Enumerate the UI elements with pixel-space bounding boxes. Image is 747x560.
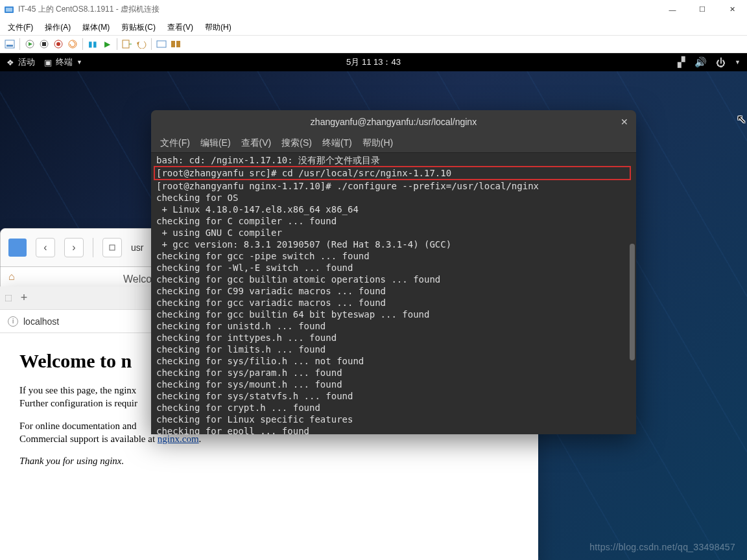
maximize-button[interactable]: ☐ — [687, 0, 717, 19]
page-p3: Thank you for using nginx. — [19, 454, 519, 467]
svg-rect-14 — [171, 41, 175, 47]
activities-label: 活动 — [18, 56, 35, 68]
current-app-label: 终端 — [56, 56, 73, 68]
svg-point-9 — [56, 42, 60, 46]
chevron-down-icon: ▼ — [77, 59, 82, 65]
svg-rect-3 — [6, 45, 13, 47]
share-icon[interactable] — [170, 38, 182, 50]
site-info-icon[interactable]: i — [8, 316, 18, 327]
minimize-button[interactable]: — — [658, 0, 687, 19]
svg-rect-2 — [5, 40, 14, 48]
term-menu-help[interactable]: 帮助(H) — [362, 137, 393, 149]
activities-button[interactable]: ❖ 活动 — [6, 56, 35, 68]
pause-icon[interactable]: ▮▮ — [87, 38, 99, 50]
nav-forward-button[interactable]: › — [64, 238, 84, 257]
watermark: https://blog.csdn.net/qq_33498457 — [589, 542, 735, 552]
host-title: IT-45 上的 CentOS8.1.1911 - 虚拟机连接 — [18, 4, 160, 15]
nginx-link[interactable]: nginx.com — [158, 434, 199, 444]
svg-rect-17 — [5, 295, 12, 301]
resume-icon[interactable]: ▶ — [101, 38, 113, 50]
menu-file[interactable]: 文件(F) — [8, 22, 33, 33]
menu-view[interactable]: 查看(V) — [167, 22, 193, 33]
vm-display[interactable]: ❖ 活动 ▣ 终端 ▼ 5月 11 13：43 ▞ 🔊 ⏻ ▼ ‹ › usr … — [0, 53, 747, 560]
vm-icon — [4, 5, 14, 15]
host-menubar: 文件(F) 操作(A) 媒体(M) 剪贴板(C) 查看(V) 帮助(H) — [0, 19, 747, 35]
shutdown-icon[interactable] — [53, 38, 64, 50]
url-text: localhost — [23, 316, 59, 327]
menu-help[interactable]: 帮助(H) — [205, 22, 231, 33]
svg-rect-15 — [176, 41, 180, 47]
stop-icon[interactable] — [38, 38, 50, 50]
host-titlebar: IT-45 上的 CentOS8.1.1911 - 虚拟机连接 — ☐ ✕ — [0, 0, 747, 19]
svg-rect-16 — [110, 245, 115, 250]
checkpoint-icon[interactable] — [121, 38, 133, 50]
path-root-button[interactable] — [102, 238, 122, 257]
svg-rect-1 — [6, 8, 12, 12]
new-tab-button[interactable]: + — [14, 289, 34, 307]
svg-rect-7 — [42, 42, 46, 46]
reset-icon[interactable] — [67, 38, 78, 50]
mouse-cursor-icon: ↖ — [737, 112, 746, 126]
term-menu-edit[interactable]: 编辑(E) — [200, 137, 231, 149]
term-body-text: [root@zhangyanfu nginx-1.17.10]# ./confi… — [156, 181, 539, 434]
files-app-icon — [8, 239, 27, 257]
term-menu-file[interactable]: 文件(F) — [160, 137, 190, 149]
activities-icon: ❖ — [6, 58, 14, 67]
current-app[interactable]: ▣ 终端 ▼ — [44, 56, 82, 68]
clock[interactable]: 5月 11 13：43 — [346, 56, 401, 68]
svg-marker-5 — [29, 42, 32, 46]
chevron-down-icon: ▼ — [735, 59, 741, 65]
window-controls: — ☐ ✕ — [658, 0, 747, 19]
menu-clipboard[interactable]: 剪贴板(C) — [121, 22, 156, 33]
scrollbar-thumb[interactable] — [630, 244, 635, 360]
revert-icon[interactable] — [136, 38, 147, 50]
nav-back-button[interactable]: ‹ — [36, 238, 55, 257]
terminal-window[interactable]: zhangyanfu@zhangyanfu:/usr/local/nginx ✕… — [151, 110, 636, 434]
home-icon[interactable]: ⌂ — [8, 271, 15, 283]
close-icon[interactable]: ✕ — [621, 117, 628, 127]
svg-rect-11 — [123, 40, 129, 48]
tab-blank[interactable] — [3, 289, 14, 307]
ctrl-alt-del-icon[interactable] — [4, 38, 16, 50]
gnome-topbar: ❖ 活动 ▣ 终端 ▼ 5月 11 13：43 ▞ 🔊 ⏻ ▼ — [0, 53, 747, 71]
volume-icon[interactable]: 🔊 — [694, 56, 707, 68]
close-button[interactable]: ✕ — [717, 0, 747, 19]
term-menu-view[interactable]: 查看(V) — [241, 137, 272, 149]
term-menu-search[interactable]: 搜索(S) — [281, 137, 312, 149]
terminal-indicator-icon: ▣ — [44, 58, 52, 67]
power-icon[interactable]: ⏻ — [716, 57, 726, 68]
menu-action[interactable]: 操作(A) — [45, 22, 71, 33]
highlighted-command: [root@zhangyanfu src]# cd /usr/local/src… — [154, 166, 631, 180]
svg-rect-13 — [157, 41, 166, 47]
start-icon[interactable] — [24, 38, 36, 50]
terminal-menubar: 文件(F) 编辑(E) 查看(V) 搜索(S) 终端(T) 帮助(H) — [151, 134, 636, 153]
terminal-output[interactable]: bash: cd: /nginx-1.17.10: 没有那个文件或目录 [roo… — [151, 153, 636, 434]
menu-media[interactable]: 媒体(M) — [82, 22, 110, 33]
system-tray[interactable]: ▞ 🔊 ⏻ ▼ — [678, 56, 741, 68]
enhanced-session-icon[interactable] — [156, 38, 167, 50]
terminal-titlebar[interactable]: zhangyanfu@zhangyanfu:/usr/local/nginx ✕ — [151, 110, 636, 134]
term-line: bash: cd: /nginx-1.17.10: 没有那个文件或目录 — [156, 155, 380, 165]
host-toolbar: ▮▮ ▶ — [0, 35, 747, 53]
svg-marker-12 — [137, 41, 139, 45]
terminal-title: zhangyanfu@zhangyanfu:/usr/local/nginx — [311, 117, 477, 127]
term-menu-terminal[interactable]: 终端(T) — [322, 137, 352, 149]
path-segment[interactable]: usr — [131, 242, 143, 253]
network-icon[interactable]: ▞ — [678, 56, 685, 68]
